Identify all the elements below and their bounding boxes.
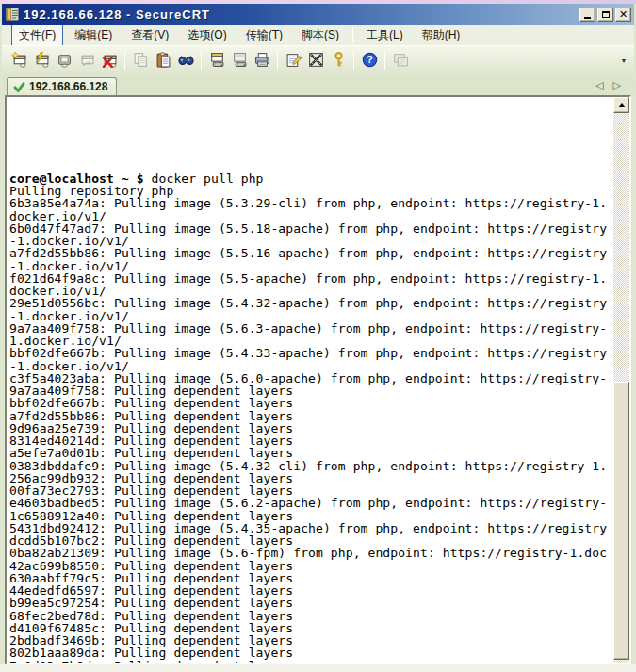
help-icon: ?	[362, 52, 378, 68]
toolbar-separator	[384, 51, 385, 70]
terminal-line: 256ac99db932: Pulling dependent layers	[9, 472, 613, 484]
terminal-line: -1.docker.io/v1/	[9, 260, 613, 272]
menu-item[interactable]: 传输(T)	[238, 25, 290, 46]
help-button[interactable]: ?	[358, 49, 381, 72]
terminal-line	[9, 147, 613, 159]
print-button[interactable]	[251, 49, 273, 72]
terminal-line	[9, 160, 613, 172]
print-screen-button[interactable]	[205, 49, 228, 72]
scrollbar-thumb[interactable]	[613, 382, 629, 660]
svg-text:?: ?	[367, 54, 373, 65]
minimize-button[interactable]	[579, 8, 595, 22]
ssh-keys-button[interactable]	[327, 49, 350, 72]
tab-scroll-left-button[interactable]: ◁	[595, 80, 603, 90]
terminal-line: 802b1aaa89da: Pulling dependent layers	[9, 647, 613, 659]
terminal-line: -1.docker.io/v1/	[9, 310, 613, 322]
terminal-line: dcdd5b107bc2: Pulling dependent layers	[9, 534, 613, 547]
terminal-line: 1c6588912a40: Pulling dependent layers	[9, 510, 613, 522]
vertical-scrollbar[interactable]	[613, 97, 629, 663]
terminal-line: 1.docker.io/v1/	[9, 335, 613, 347]
terminal-line: 0ba82ab21309: Pulling image (5.6-fpm) fr…	[9, 547, 613, 559]
terminal-line: 8314ed40214d: Pulling dependent layers	[9, 434, 613, 447]
menu-item[interactable]: 脚本(S)	[294, 25, 347, 46]
maximize-button[interactable]	[597, 8, 613, 22]
toolbar-separator	[201, 51, 202, 70]
menu-separator	[352, 27, 353, 42]
menu-item[interactable]: 查看(V)	[123, 25, 176, 46]
connect-in-tab-button[interactable]	[53, 49, 75, 72]
disconnect-icon	[102, 52, 118, 68]
terminal-line: f021d64f9a8c: Pulling image (5.5-apache)…	[9, 272, 613, 285]
terminal-line: c3f5a4023aba: Pulling image (5.6.0-apach…	[9, 372, 613, 385]
session-tabs-button	[389, 49, 412, 72]
terminal-line: a7fd2d55bb86: Pulling image (5.5.16-apac…	[9, 247, 613, 259]
close-button[interactable]: ✕	[615, 8, 631, 22]
ssh-keys-icon	[331, 52, 347, 68]
toolbar-overflow-button[interactable]: ▼	[617, 57, 630, 63]
connect-in-tab-icon	[57, 52, 73, 68]
print-selection-button[interactable]	[228, 49, 251, 72]
menu-item[interactable]: 帮助(H)	[415, 25, 468, 46]
terminal-line: 00fa73ec2793: Pulling dependent layers	[9, 484, 613, 497]
connected-check-icon	[13, 81, 25, 93]
session-tabs-icon	[393, 52, 409, 68]
terminal-line: core@localhost ~ $ docker pull php	[9, 172, 613, 185]
terminal-line: 0383dbddafe9: Pulling image (5.4.32-cli)…	[9, 460, 613, 472]
terminal-output[interactable]: core@localhost ~ $ docker pull phpPullin…	[7, 97, 613, 663]
paste-button[interactable]	[152, 49, 174, 72]
terminal-line: bbf02dfe667b: Pulling image (5.4.33-apac…	[9, 347, 613, 359]
keymap-editor-button[interactable]	[304, 49, 327, 72]
session-options-icon	[285, 52, 302, 68]
menu-bar: 文件(F)编辑(E)查看(V)选项(O)传输(T)脚本(S)工具(L)帮助(H)	[2, 25, 634, 45]
window-bottom-border	[0, 664, 636, 672]
terminal-line: docker.io/v1/	[9, 210, 613, 222]
new-session-button[interactable]	[8, 49, 30, 72]
disconnect-button[interactable]	[98, 49, 121, 72]
terminal-line: Pulling repository php	[9, 185, 613, 197]
title-bar[interactable]: 192.168.66.128 - SecureCRT ✕	[2, 4, 634, 25]
print-selection-icon	[232, 52, 248, 68]
app-icon	[5, 7, 20, 22]
reconnect-button	[75, 49, 98, 72]
new-session-icon	[11, 52, 27, 68]
menu-item[interactable]: 工具(L)	[359, 25, 411, 46]
quick-connect-icon	[34, 52, 50, 68]
menu-item[interactable]: 文件(F)	[11, 25, 63, 46]
terminal-line: -1.docker.io/v1/	[9, 360, 613, 372]
find-button[interactable]	[174, 49, 197, 72]
toolbar-separator	[124, 51, 125, 70]
quick-connect-button[interactable]	[30, 49, 53, 72]
menu-item[interactable]: 选项(O)	[180, 25, 234, 46]
terminal-line: 6b3a85e4a74a: Pulling image (5.3.29-cli)…	[9, 197, 613, 209]
terminal-line: a5efe7a0d01b: Pulling dependent layers	[9, 447, 613, 459]
terminal-line: a7fd2d55bb86: Pulling dependent layers	[9, 410, 613, 422]
terminal-line: 630aabff79c5: Pulling dependent layers	[9, 572, 613, 584]
paste-icon	[155, 52, 171, 68]
menu-item[interactable]: 编辑(E)	[67, 25, 120, 46]
terminal-frame: core@localhost ~ $ docker pull phpPullin…	[5, 95, 631, 664]
terminal-line: 5431dbd92412: Pulling image (5.4.35-apac…	[9, 522, 613, 534]
terminal-line: 29e51d0556bc: Pulling image (5.4.32-apac…	[9, 297, 613, 309]
terminal-line: 9a7aa409f758: Pulling dependent layers	[9, 385, 613, 397]
terminal-line: bbf02dfe667b: Pulling dependent layers	[9, 397, 613, 409]
toolbar-separator	[353, 51, 354, 70]
tab-scroll-right-button[interactable]: ▷	[613, 80, 621, 90]
copy-button	[129, 49, 152, 72]
terminal-line: -1.docker.io/v1/	[9, 235, 613, 247]
terminal-line: 9a7aa409f758: Pulling image (5.6.3-apach…	[9, 322, 613, 335]
session-tab[interactable]: 192.168.66.128	[7, 77, 117, 95]
terminal-line: 6b0d47f47ad7: Pulling image (5.5.18-apac…	[9, 222, 613, 235]
terminal-line	[9, 135, 613, 147]
find-icon	[178, 52, 194, 68]
minimize-icon	[584, 17, 591, 19]
window-title: 192.168.66.128 - SecureCRT	[24, 8, 210, 22]
scrollbar-up-button[interactable]	[613, 97, 629, 113]
print-screen-icon	[209, 52, 225, 68]
terminal-line: e4603badbed5: Pulling image (5.6.2-apach…	[9, 497, 613, 509]
session-tab-label: 192.168.66.128	[29, 80, 107, 93]
scroll-up-icon	[618, 103, 626, 107]
terminal-line: 68fec2bed78d: Pulling dependent layers	[9, 610, 613, 622]
session-options-button[interactable]	[282, 49, 304, 72]
terminal-line: 7a0d03c7b9dc: Pulling dependent layers	[9, 660, 613, 664]
window-left-border	[0, 4, 2, 672]
